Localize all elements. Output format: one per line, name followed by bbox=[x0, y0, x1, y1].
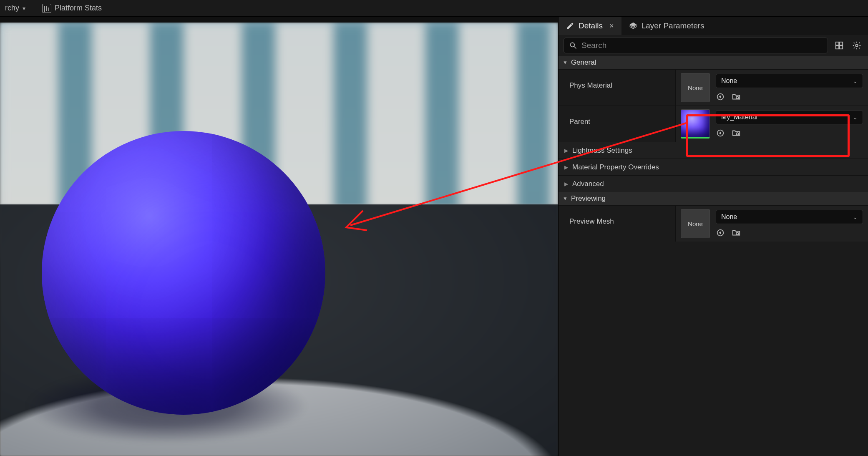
search-input[interactable] bbox=[581, 41, 823, 50]
section-material-overrides[interactable]: ▶ Material Property Overrides bbox=[559, 159, 868, 175]
prop-parent-value: My_Material ⌄ ↺ bbox=[675, 106, 868, 142]
svg-rect-2 bbox=[836, 42, 839, 45]
tab-layer-parameters[interactable]: Layer Parameters bbox=[621, 17, 712, 35]
preview-scene bbox=[0, 23, 558, 456]
parent-value-text: My_Material bbox=[721, 113, 757, 121]
view-options-icon[interactable] bbox=[833, 39, 845, 52]
section-general-label: General bbox=[571, 58, 596, 67]
browse-icon[interactable] bbox=[732, 128, 741, 138]
search-box[interactable] bbox=[564, 38, 828, 53]
chevron-down-icon: ⌄ bbox=[853, 114, 858, 121]
hierarchy-dropdown[interactable]: rchy ▾ bbox=[2, 2, 29, 14]
browse-icon[interactable] bbox=[732, 228, 741, 237]
chevron-right-icon: ▶ bbox=[564, 148, 568, 154]
chevron-down-icon: ▼ bbox=[563, 196, 568, 202]
details-panel: Details × Layer Parameters ▼ Gen bbox=[558, 17, 868, 456]
svg-rect-4 bbox=[836, 46, 839, 49]
svg-point-14 bbox=[736, 232, 739, 235]
tab-layer-parameters-label: Layer Parameters bbox=[642, 21, 704, 30]
close-icon[interactable]: × bbox=[609, 22, 614, 30]
main-row: Details × Layer Parameters ▼ Gen bbox=[0, 17, 868, 456]
use-selected-icon[interactable] bbox=[716, 228, 725, 237]
stats-icon bbox=[42, 4, 51, 13]
platform-stats-label: Platform Stats bbox=[55, 4, 102, 13]
chevron-down-icon: ▾ bbox=[23, 5, 25, 12]
section-general[interactable]: ▼ General bbox=[559, 56, 868, 69]
phys-material-dropdown[interactable]: None ⌄ bbox=[716, 74, 863, 88]
platform-stats-button[interactable]: Platform Stats bbox=[39, 2, 105, 15]
section-advanced[interactable]: ▶ Advanced bbox=[559, 175, 868, 192]
section-previewing[interactable]: ▼ Previewing bbox=[559, 192, 868, 205]
preview-sphere bbox=[42, 131, 325, 415]
chevron-down-icon: ⌄ bbox=[853, 214, 858, 220]
search-row bbox=[559, 35, 868, 56]
section-material-overrides-label: Material Property Overrides bbox=[572, 163, 659, 171]
thumbnail-material[interactable] bbox=[681, 109, 710, 139]
panel-tabs: Details × Layer Parameters bbox=[559, 17, 868, 35]
prop-parent-label: Parent bbox=[559, 106, 675, 142]
svg-rect-5 bbox=[840, 46, 843, 49]
hierarchy-label: rchy bbox=[5, 4, 19, 13]
use-selected-icon[interactable] bbox=[716, 128, 725, 138]
prop-preview-mesh: Preview Mesh None None ⌄ bbox=[559, 205, 868, 242]
chevron-down-icon: ▼ bbox=[563, 60, 568, 66]
preview-mesh-dropdown[interactable]: None ⌄ bbox=[716, 210, 863, 224]
material-preview-viewport[interactable] bbox=[0, 17, 558, 456]
prop-phys-material-value: None None ⌄ bbox=[675, 70, 868, 106]
thumbnail-none[interactable]: None bbox=[681, 73, 710, 102]
top-toolbar: rchy ▾ Platform Stats bbox=[0, 0, 868, 17]
layers-icon bbox=[629, 22, 637, 30]
prop-preview-mesh-value: None None ⌄ bbox=[675, 206, 868, 242]
chevron-down-icon: ⌄ bbox=[853, 78, 858, 84]
svg-point-11 bbox=[736, 133, 739, 135]
chevron-right-icon: ▶ bbox=[564, 164, 568, 170]
settings-icon[interactable] bbox=[850, 39, 863, 52]
search-icon bbox=[569, 41, 577, 50]
section-advanced-label: Advanced bbox=[572, 180, 604, 188]
prop-preview-mesh-label: Preview Mesh bbox=[559, 206, 675, 242]
chevron-right-icon: ▶ bbox=[564, 181, 568, 187]
phys-material-value-text: None bbox=[721, 77, 737, 85]
prop-parent: Parent My_Material ⌄ ↺ bbox=[559, 106, 868, 142]
parent-dropdown[interactable]: My_Material ⌄ bbox=[716, 110, 863, 124]
browse-icon[interactable] bbox=[732, 92, 741, 101]
svg-rect-3 bbox=[840, 42, 843, 45]
pencil-icon bbox=[566, 22, 574, 30]
prop-phys-material-label: Phys Material bbox=[559, 70, 675, 106]
prop-phys-material: Phys Material None None ⌄ bbox=[559, 69, 868, 106]
preview-mesh-value-text: None bbox=[721, 213, 737, 221]
section-previewing-label: Previewing bbox=[571, 194, 606, 203]
section-lightmass[interactable]: ▶ Lightmass Settings bbox=[559, 142, 868, 159]
section-lightmass-label: Lightmass Settings bbox=[572, 146, 632, 155]
svg-point-8 bbox=[736, 96, 739, 99]
svg-point-6 bbox=[855, 44, 858, 47]
svg-line-1 bbox=[574, 47, 576, 49]
tab-details-label: Details bbox=[579, 21, 603, 30]
use-selected-icon[interactable] bbox=[716, 92, 725, 101]
svg-point-0 bbox=[570, 43, 574, 47]
tab-details[interactable]: Details × bbox=[559, 17, 621, 35]
thumbnail-none[interactable]: None bbox=[681, 209, 710, 238]
